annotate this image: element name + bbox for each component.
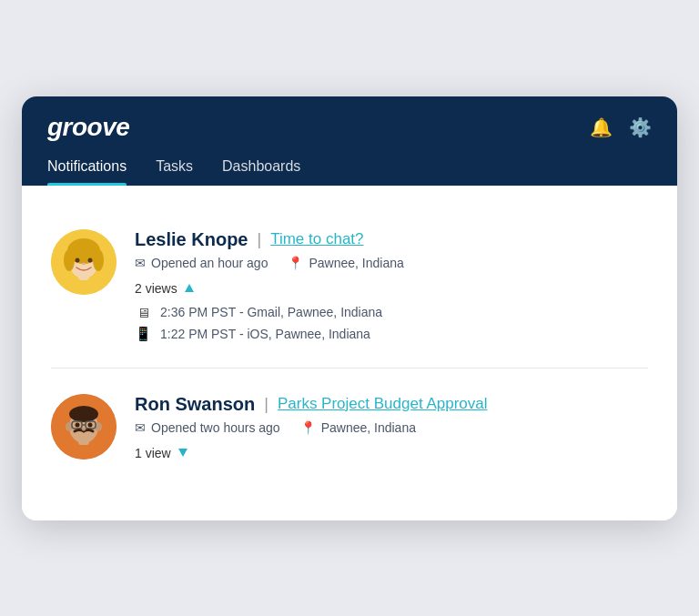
- avatar-leslie: [51, 229, 116, 295]
- gear-icon[interactable]: ⚙️: [629, 116, 652, 138]
- device-list-leslie: 🖥 2:36 PM PST - Gmail, Pawnee, Indiana 📱…: [135, 305, 648, 342]
- location-ron: 📍 Pawnee, Indiana: [300, 420, 416, 435]
- separator: |: [257, 230, 261, 249]
- svg-point-16: [88, 422, 93, 427]
- nav-tabs: Notifications Tasks Dashboards: [47, 151, 652, 186]
- svg-point-5: [93, 249, 104, 271]
- svg-point-15: [76, 422, 80, 427]
- person-name-ron: Ron Swanson: [135, 394, 255, 415]
- header-icons: 🔔 ⚙️: [590, 116, 652, 138]
- arrow-up-icon: [185, 284, 194, 292]
- tab-dashboards[interactable]: Dashboards: [222, 158, 300, 186]
- opened-time-ron: ✉ Opened two hours ago: [135, 420, 280, 435]
- location-icon-ron: 📍: [300, 420, 316, 435]
- app-logo: groove: [47, 113, 129, 142]
- svg-point-20: [82, 428, 86, 430]
- svg-point-8: [82, 262, 86, 264]
- tab-tasks[interactable]: Tasks: [156, 158, 193, 186]
- location-leslie: 📍 Pawnee, Indiana: [288, 256, 403, 270]
- svg-point-4: [64, 249, 75, 271]
- notif-body-ron: Ron Swanson | Parks Project Budget Appro…: [135, 394, 648, 470]
- mobile-icon: 📱: [135, 326, 151, 342]
- notification-ron: Ron Swanson | Parks Project Budget Appro…: [51, 368, 648, 495]
- desktop-icon: 🖥: [135, 305, 151, 320]
- views-leslie: 2 views: [135, 281, 648, 296]
- notification-leslie: Leslie Knope | Time to chat? ✉ Opened an…: [51, 211, 648, 368]
- separator-ron: |: [264, 395, 268, 414]
- notif-body-leslie: Leslie Knope | Time to chat? ✉ Opened an…: [135, 229, 648, 342]
- email-icon-ron: ✉: [135, 420, 146, 435]
- link-ron[interactable]: Parks Project Budget Approval: [278, 395, 488, 413]
- email-icon: ✉: [135, 256, 146, 270]
- svg-point-7: [88, 258, 93, 262]
- location-icon: 📍: [288, 256, 303, 270]
- views-ron: 1 view: [135, 446, 648, 460]
- notifications-list: Leslie Knope | Time to chat? ✉ Opened an…: [22, 186, 677, 520]
- link-leslie[interactable]: Time to chat?: [270, 230, 363, 248]
- arrow-down-icon: [178, 449, 187, 457]
- app-window: groove 🔔 ⚙️ Notifications Tasks Dashboar…: [22, 96, 677, 520]
- svg-point-12: [69, 406, 98, 422]
- opened-time-leslie: ✉ Opened an hour ago: [135, 256, 268, 270]
- header: groove 🔔 ⚙️ Notifications Tasks Dashboar…: [22, 96, 677, 186]
- bell-icon[interactable]: 🔔: [590, 116, 613, 138]
- tab-notifications[interactable]: Notifications: [47, 158, 127, 186]
- svg-point-6: [76, 258, 80, 262]
- device-row-mobile: 📱 1:22 PM PST - iOS, Pawnee, Indiana: [135, 326, 648, 342]
- device-row-desktop: 🖥 2:36 PM PST - Gmail, Pawnee, Indiana: [135, 305, 648, 320]
- person-name-leslie: Leslie Knope: [135, 229, 248, 250]
- avatar-ron: [51, 394, 116, 459]
